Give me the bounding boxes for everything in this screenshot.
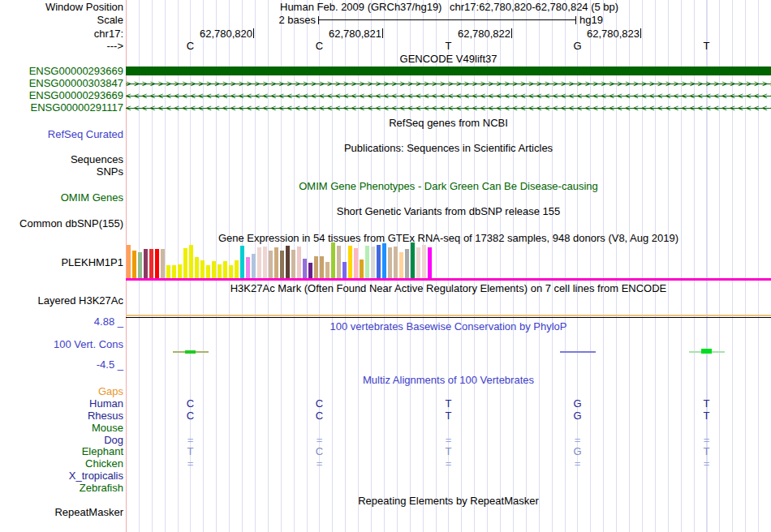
gtex-expression-bar[interactable] (371, 247, 375, 278)
gtex-expression-bar[interactable] (360, 260, 364, 278)
multiz-species-label[interactable]: Rhesus (0, 410, 123, 422)
chromosome-label: chr17: (0, 28, 123, 40)
repeatmasker-label[interactable]: RepeatMasker (0, 507, 123, 518)
gtex-expression-bar[interactable] (297, 247, 301, 278)
multiz-aligned-base: = (384, 458, 513, 470)
gene-strand-arrows[interactable]: <<<<<<<<<<<<<<<<<<<<<<<<<<<<<<<<<<<<<<<<… (126, 90, 771, 101)
gene-exon-bar[interactable] (126, 66, 771, 75)
multiz-species-label[interactable]: Zebrafish (0, 483, 123, 494)
gtex-expression-bar[interactable] (286, 246, 290, 278)
gtex-expression-bar[interactable] (422, 245, 426, 278)
gtex-expression-bar[interactable] (138, 252, 142, 278)
multiz-species-label[interactable]: X_tropicalis (0, 470, 123, 482)
common-dbsnp-label[interactable]: Common dbSNP(155) (0, 218, 123, 230)
gtex-expression-bar[interactable] (348, 246, 352, 278)
multiz-species-label[interactable]: Human (0, 398, 123, 410)
gtex-expression-bar[interactable] (235, 260, 239, 278)
layered-h3k27ac-label[interactable]: Layered H3K27Ac (0, 295, 123, 307)
refseq-track-title: RefSeq genes from NCBI (126, 118, 771, 129)
gene-id-label[interactable]: ENSG00000303847 (0, 78, 123, 89)
gtex-expression-bar[interactable] (388, 247, 392, 278)
multiz-species-label[interactable]: Elephant (0, 446, 123, 457)
publications-snps-label[interactable]: SNPs (0, 166, 123, 178)
gtex-expression-bar[interactable] (269, 251, 273, 278)
gtex-gene-label[interactable]: PLEKHM1P1 (0, 257, 123, 268)
multiz-aligned-base: C (126, 398, 255, 410)
multiz-aligned-base: T (384, 398, 513, 410)
gtex-expression-bar[interactable] (246, 257, 250, 278)
gtex-expression-bar[interactable] (144, 249, 148, 278)
gtex-expression-bar[interactable] (331, 242, 335, 278)
multiz-species-label[interactable]: Mouse (0, 423, 123, 434)
gtex-expression-bar[interactable] (178, 264, 182, 278)
conservation-label[interactable]: 100 Vert. Cons (0, 339, 123, 350)
gtex-expression-bar[interactable] (166, 265, 170, 278)
gtex-expression-bar[interactable] (229, 265, 233, 278)
gene-id-label[interactable]: ENSG00000291117 (0, 102, 123, 114)
gtex-expression-bar[interactable] (212, 261, 216, 278)
gene-strand-arrows[interactable]: >>>>>>>>>>>>>>>>>>>>>>>>>>>>>>>>>>>>>>>>… (126, 78, 771, 89)
gtex-expression-bar[interactable] (291, 250, 295, 278)
gtex-expression-bar[interactable] (218, 264, 222, 278)
gtex-expression-bar[interactable] (411, 242, 415, 278)
gtex-expression-bar[interactable] (189, 245, 193, 278)
gtex-expression-bar[interactable] (342, 262, 347, 278)
gtex-expression-bar[interactable] (280, 251, 284, 278)
gtex-expression-bar[interactable] (354, 248, 358, 278)
gtex-expression-bar[interactable] (257, 247, 261, 278)
gtex-expression-bar[interactable] (416, 247, 420, 278)
gtex-expression-bar[interactable] (223, 261, 227, 278)
omim-genes-label[interactable]: OMIM Genes (0, 192, 123, 204)
gtex-expression-bar[interactable] (382, 243, 386, 278)
multiz-species-label[interactable]: Dog (0, 435, 123, 446)
gtex-track-title: Gene Expression in 54 tissues from GTEx … (126, 233, 771, 244)
multiz-species-label[interactable]: Gaps (0, 386, 123, 397)
multiz-species-label[interactable]: Chicken (0, 458, 123, 470)
gtex-expression-bar[interactable] (183, 248, 187, 278)
gtex-expression-bar[interactable] (132, 251, 136, 278)
gtex-expression-bar[interactable] (172, 265, 176, 278)
gtex-expression-bar[interactable] (394, 247, 398, 278)
gtex-expression-bar[interactable] (263, 247, 267, 278)
gtex-expression-bar[interactable] (149, 249, 153, 278)
multiz-aligned-base: T (384, 446, 513, 457)
gtex-expression-bar[interactable] (200, 260, 205, 278)
gtex-expression-bar[interactable] (405, 249, 409, 278)
gene-id-label[interactable]: ENSG00000293669 (0, 66, 123, 77)
publications-sequences-label[interactable]: Sequences (0, 154, 123, 165)
gtex-expression-bar[interactable] (240, 246, 244, 278)
gtex-expression-bar[interactable] (337, 246, 341, 278)
reference-base: T (642, 41, 771, 52)
gtex-expression-bar[interactable] (377, 245, 381, 278)
gtex-expression-bar[interactable] (308, 263, 312, 278)
gtex-expression-bar[interactable] (325, 262, 330, 278)
multiz-aligned-base: = (384, 435, 513, 446)
gtex-expression-bar[interactable] (195, 257, 199, 278)
gtex-expression-bar[interactable] (155, 249, 159, 278)
multiz-aligned-base: T (126, 446, 255, 457)
conservation-max-label: 4.88 _ (0, 316, 123, 328)
multiz-aligned-base: T (642, 398, 771, 410)
conservation-track-title: 100 vertebrates Basewise Conservation by… (126, 321, 771, 332)
gtex-expression-bar[interactable] (206, 265, 210, 278)
gtex-expression-bar[interactable] (252, 254, 256, 278)
gene-strand-arrows[interactable]: <<<<<<<<<<<<<<<<<<<<<<<<<<<<<<<<<<<<<<<<… (126, 102, 771, 114)
conservation-mark-box (701, 349, 712, 354)
position-tick-mark (382, 28, 383, 38)
position-tick-label: 62,780,820 (178, 28, 252, 40)
gtex-expression-bar[interactable] (365, 246, 369, 278)
multiz-aligned-base: = (513, 435, 642, 446)
gtex-expression-bar[interactable] (399, 252, 403, 278)
gtex-expression-bar[interactable] (320, 256, 324, 278)
multiz-aligned-base: = (255, 435, 384, 446)
refseq-curated-label[interactable]: RefSeq Curated (0, 129, 123, 140)
gtex-expression-bar[interactable] (303, 259, 307, 278)
gtex-expression-bar[interactable] (161, 249, 165, 278)
reference-base: C (255, 41, 384, 52)
gtex-expression-bar[interactable] (127, 245, 131, 278)
assembly-title: Human Feb. 2009 (GRCh37/hg19) (280, 2, 441, 13)
gtex-expression-bar[interactable] (428, 247, 432, 278)
gtex-expression-bar[interactable] (274, 247, 278, 278)
gene-id-label[interactable]: ENSG00000293669 (0, 90, 123, 101)
gtex-expression-bar[interactable] (314, 256, 318, 278)
